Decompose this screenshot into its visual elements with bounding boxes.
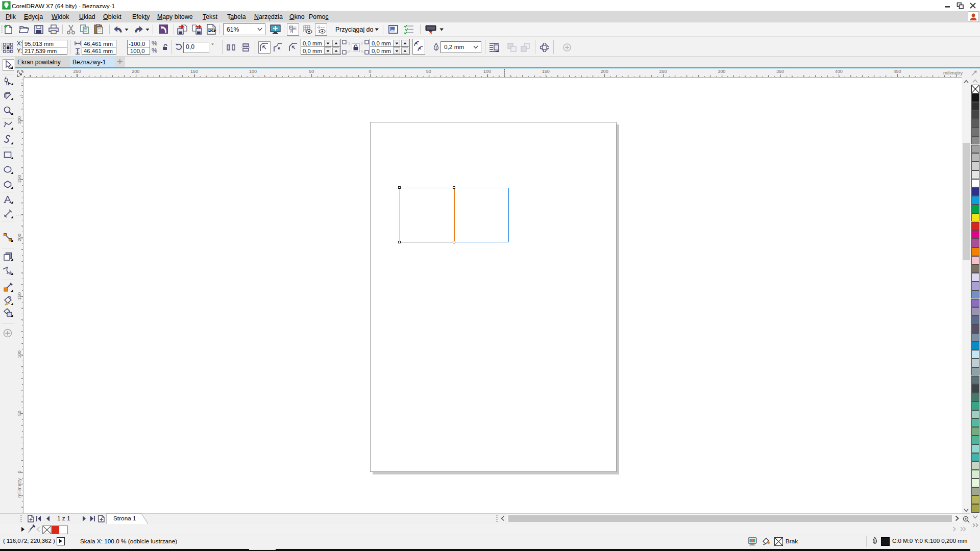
svg-text:PDF: PDF xyxy=(208,29,215,32)
